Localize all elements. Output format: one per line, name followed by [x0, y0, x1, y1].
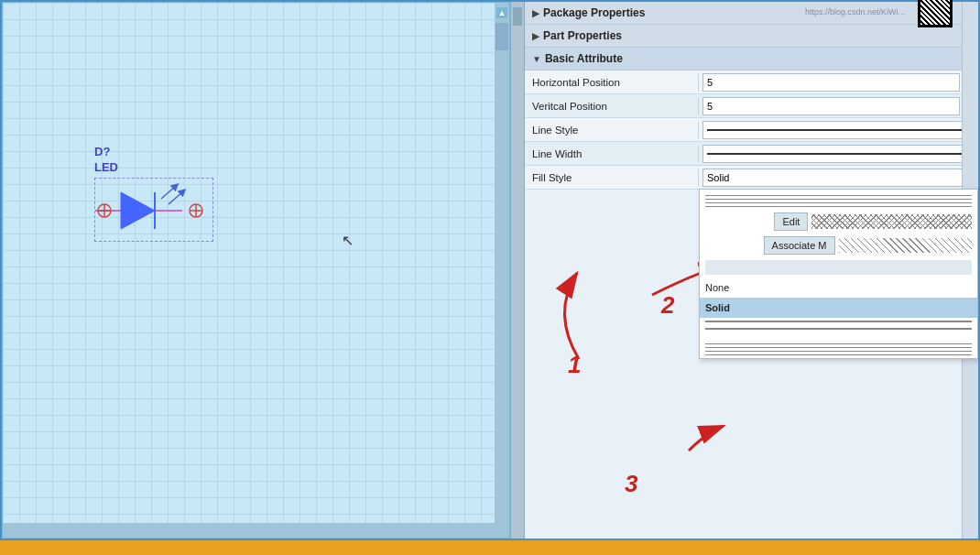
fill-option-solid[interactable]: Solid	[700, 298, 977, 318]
fill-style-current: Solid	[707, 172, 729, 183]
grid-canvas	[3, 3, 509, 538]
fill-option-associate[interactable]: Associate M	[700, 234, 977, 257]
svg-line-11	[169, 191, 183, 204]
bottom-bar	[0, 540, 980, 555]
fill-pattern-hlines1	[705, 192, 972, 207]
line-width-row: Line Width ▼	[525, 142, 978, 166]
line-width-dropdown[interactable]: ▼	[702, 145, 975, 163]
line-width-label: Line Width	[525, 146, 699, 162]
fill-pattern-diag	[839, 238, 973, 253]
led-type-label: LED	[94, 160, 213, 174]
fill-option-hlines1[interactable]	[700, 190, 977, 210]
line-style-preview	[707, 129, 962, 131]
line-style-dropdown[interactable]: ▼	[702, 121, 975, 139]
package-properties-label: Package Properties	[543, 6, 645, 19]
package-expand-arrow: ▶	[532, 8, 539, 18]
horizontal-position-label: Horizontal Position	[525, 74, 699, 91]
fill-option-edit[interactable]: Edit	[700, 210, 977, 234]
vertical-position-row: Veritcal Position ▲ ▼	[525, 94, 978, 118]
center-scroll-thumb[interactable]	[513, 7, 522, 26]
basic-attribute-body: Horizontal Position ▲ ▼ Veritcal Positio…	[525, 71, 978, 190]
line-style-value: ▼	[699, 119, 978, 141]
scroll-up-button[interactable]: ▲	[496, 7, 507, 18]
watermark: https://blog.csdn.net/KiWi...	[805, 7, 905, 16]
main-container: D? LED	[0, 0, 980, 540]
fill-none-label: None	[705, 282, 729, 293]
fill-pattern-crosshatch	[811, 214, 972, 229]
fill-style-dropdown-list[interactable]: Edit Associate M	[699, 189, 978, 359]
part-properties-label: Part Properties	[543, 29, 622, 42]
fill-style-value: Solid ▼ Edit	[699, 167, 978, 189]
associate-button[interactable]: Associate M	[764, 236, 835, 255]
fill-option-blank[interactable]	[700, 257, 977, 278]
led-svg	[95, 179, 214, 243]
canvas-area[interactable]: D? LED	[2, 2, 510, 539]
fill-pattern-hlines2	[705, 341, 972, 355]
basic-expand-arrow: ▼	[532, 54, 541, 64]
horizontal-position-row: Horizontal Position ▲ ▼	[525, 71, 978, 94]
vertical-position-input[interactable]	[702, 97, 960, 115]
scroll-thumb[interactable]	[495, 23, 508, 50]
line-width-preview	[707, 153, 962, 155]
svg-marker-1	[121, 192, 155, 229]
fill-style-label: Fill Style	[525, 169, 699, 186]
line-width-value: ▼	[699, 143, 978, 165]
fill-solid-label: Solid	[705, 302, 730, 313]
led-symbol	[94, 178, 213, 242]
fill-option-none[interactable]: None	[700, 278, 977, 298]
led-ref-label: D?	[94, 145, 213, 158]
package-properties-header[interactable]: ▶ Package Properties	[525, 2, 978, 25]
svg-line-10	[161, 186, 176, 199]
fill-style-dropdown[interactable]: Solid ▼	[702, 169, 975, 187]
horizontal-scrollbar[interactable]	[3, 523, 509, 538]
fill-option-pattern2[interactable]	[700, 318, 977, 338]
fill-style-row: Fill Style Solid ▼	[525, 166, 978, 190]
horizontal-position-input[interactable]	[702, 73, 960, 92]
center-divider	[510, 2, 525, 539]
fill-option-pattern3[interactable]	[700, 338, 977, 358]
vertical-position-value: ▲ ▼	[699, 95, 978, 117]
basic-attribute-header[interactable]: ▼ Basic Attribute	[525, 48, 978, 71]
part-properties-header[interactable]: ▶ Part Properties	[525, 25, 978, 48]
line-style-label: Line Style	[525, 122, 699, 138]
fill-pattern-blank	[705, 260, 972, 275]
line-style-row: Line Style ▼	[525, 118, 978, 142]
part-expand-arrow: ▶	[532, 31, 539, 41]
right-panel: ▶ Package Properties ▶ Part Properties ▼…	[525, 2, 978, 539]
basic-attribute-label: Basic Attribute	[545, 52, 623, 65]
properties-panel: ▶ Package Properties ▶ Part Properties ▼…	[525, 2, 978, 539]
edit-button[interactable]: Edit	[774, 212, 808, 231]
vertical-scrollbar[interactable]: ▲	[495, 3, 509, 538]
led-component: D? LED	[94, 145, 213, 242]
horizontal-position-value: ▲ ▼	[699, 71, 978, 93]
qr-code	[918, 0, 953, 27]
vertical-position-label: Veritcal Position	[525, 98, 699, 114]
fill-pattern-horiz	[705, 321, 972, 335]
